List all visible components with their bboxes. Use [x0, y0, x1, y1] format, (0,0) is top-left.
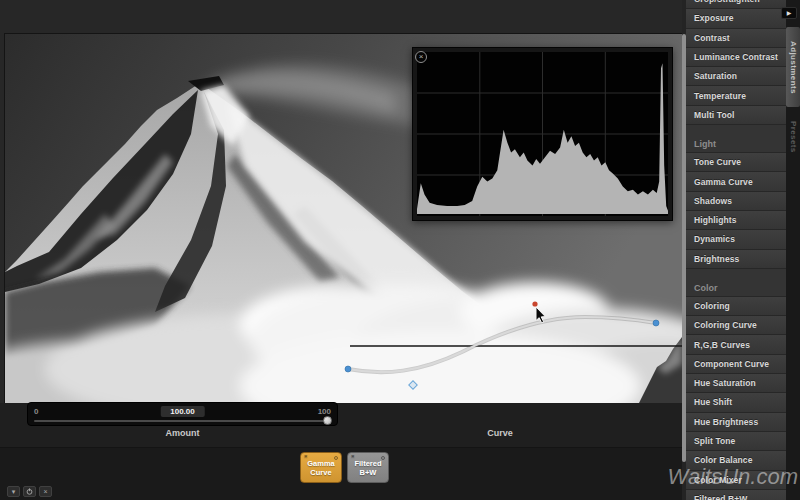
sidebar-item-color-balance[interactable]: Color Balance — [686, 451, 786, 470]
amount-max-label: 100 — [318, 407, 331, 416]
sidebar-item-exposure[interactable]: Exposure — [686, 9, 786, 28]
curve-label: Curve — [400, 428, 600, 438]
tab-strip: Adjustments Presets — [786, 0, 800, 500]
filter-button-gamma-curve[interactable]: ×GammaCurve — [300, 452, 342, 483]
close-icon[interactable]: × — [39, 486, 52, 497]
app-window: × 0 100.00 100 Amount Curve ×GammaCurve×… — [0, 0, 800, 500]
amount-value[interactable]: 100.00 — [160, 406, 204, 417]
sidebar-item-hue-shift[interactable]: Hue Shift — [686, 393, 786, 412]
amount-slider-panel: 0 100.00 100 — [27, 402, 338, 426]
sidebar-section-light: Light — [686, 125, 786, 153]
sidebar-item-luminance-contrast[interactable]: Luminance Contrast — [686, 48, 786, 67]
sidebar-item-saturation[interactable]: Saturation — [686, 67, 786, 86]
close-icon[interactable]: × — [415, 51, 427, 63]
filter-button-label: Curve — [301, 468, 341, 477]
filter-button-filtered-b-w[interactable]: ×FilteredB+W — [347, 452, 389, 483]
sidebar-item-shadows[interactable]: Shadows — [686, 192, 786, 211]
sidebar-item-filtered-b-w[interactable]: Filtered B+W — [686, 490, 786, 500]
filter-toggle-icon[interactable] — [381, 456, 385, 460]
chevron-down-icon[interactable]: ▾ — [7, 486, 20, 497]
sidebar-section-color: Color — [686, 269, 786, 297]
adjustments-sidebar: Crop/StraightenExposureContrastLuminance… — [686, 0, 786, 500]
power-glyph — [26, 488, 33, 495]
tab-adjustments[interactable]: Adjustments — [786, 27, 800, 107]
sidebar-item-brightness[interactable]: Brightness — [686, 250, 786, 269]
tab-presets[interactable]: Presets — [786, 113, 800, 161]
sidebar-item-hue-saturation[interactable]: Hue Saturation — [686, 374, 786, 393]
sidebar-list: Crop/StraightenExposureContrastLuminance… — [686, 0, 786, 500]
histogram-panel[interactable]: × — [412, 47, 673, 221]
amount-slider-knob[interactable] — [323, 416, 332, 425]
amount-slider-track[interactable] — [34, 420, 331, 422]
sidebar-item-hue-brightness[interactable]: Hue Brightness — [686, 413, 786, 432]
amount-label: Amount — [27, 428, 338, 438]
sidebar-item-color-mixer[interactable]: Color Mixer — [686, 471, 786, 490]
sidebar-item-component-curve[interactable]: Component Curve — [686, 355, 786, 374]
mini-toolbar: ▾ × — [7, 486, 52, 497]
sidebar-item-crop-straighten[interactable]: Crop/Straighten — [686, 0, 786, 9]
sidebar-item-highlights[interactable]: Highlights — [686, 211, 786, 230]
amount-min-label: 0 — [34, 407, 38, 416]
sidebar-item-split-tone[interactable]: Split Tone — [686, 432, 786, 451]
sidebar-item-r-g-b-curves[interactable]: R,G,B Curves — [686, 335, 786, 354]
sidebar-item-coloring-curve[interactable]: Coloring Curve — [686, 316, 786, 335]
remove-filter-icon[interactable]: × — [304, 453, 308, 460]
filter-button-label: B+W — [348, 468, 388, 477]
filter-buttons: ×GammaCurve×FilteredB+W — [300, 452, 389, 483]
sidebar-item-coloring[interactable]: Coloring — [686, 297, 786, 316]
sidebar-item-dynamics[interactable]: Dynamics — [686, 230, 786, 249]
sidebar-item-tone-curve[interactable]: Tone Curve — [686, 153, 786, 172]
remove-filter-icon[interactable]: × — [351, 453, 355, 460]
sidebar-item-temperature[interactable]: Temperature — [686, 86, 786, 105]
sidebar-item-contrast[interactable]: Contrast — [686, 29, 786, 48]
sidebar-item-multi-tool[interactable]: Multi Tool — [686, 106, 786, 125]
histogram-chart — [417, 52, 668, 216]
sidebar-item-gamma-curve[interactable]: Gamma Curve — [686, 172, 786, 191]
filter-toggle-icon[interactable] — [334, 456, 338, 460]
collapse-sidebar-button[interactable]: ▶ — [781, 7, 797, 19]
power-icon[interactable] — [23, 486, 36, 497]
